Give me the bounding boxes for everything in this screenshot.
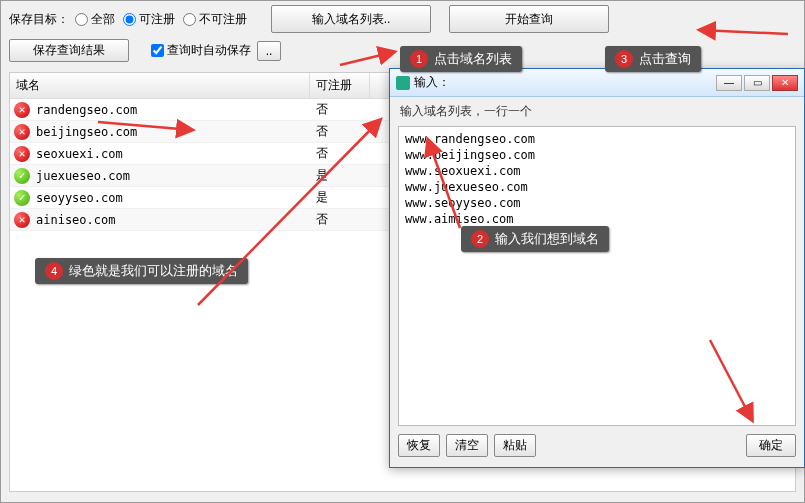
app-icon: [396, 76, 410, 90]
cell-registerable: 否: [310, 121, 370, 142]
callout-2: 2 输入我们想到域名: [461, 226, 609, 252]
cell-domain: ✓seoyyseo.com: [10, 188, 310, 208]
cell-registerable: 是: [310, 187, 370, 208]
save-target-radios: 全部 可注册 不可注册: [75, 11, 247, 28]
close-button[interactable]: ✕: [772, 75, 798, 91]
dialog-button-row: 恢复 清空 粘贴 确定: [390, 426, 804, 465]
auto-save-checkbox[interactable]: 查询时自动保存: [151, 42, 251, 59]
domain-text: ainiseo.com: [36, 213, 115, 227]
domain-text: beijingseo.com: [36, 125, 137, 139]
minimize-button[interactable]: —: [716, 75, 742, 91]
col-reg-header[interactable]: 可注册: [310, 73, 370, 98]
cell-domain: ✕beijingseo.com: [10, 122, 310, 142]
domain-text: seoxuexi.com: [36, 147, 123, 161]
callout-1: 1 点击域名列表: [400, 46, 522, 72]
col-domain-header[interactable]: 域名: [10, 73, 310, 98]
cell-domain: ✕ainiseo.com: [10, 210, 310, 230]
dialog-hint: 输入域名列表，一行一个: [390, 97, 804, 126]
domain-text: seoyyseo.com: [36, 191, 123, 205]
toolbar-row1: 保存目标： 全部 可注册 不可注册 输入域名列表.. 开始查询: [1, 1, 804, 37]
cell-registerable: 否: [310, 209, 370, 230]
cell-registerable: 否: [310, 143, 370, 164]
cross-icon: ✕: [14, 146, 30, 162]
radio-can-register[interactable]: 可注册: [123, 11, 175, 28]
cell-registerable: 否: [310, 99, 370, 120]
start-query-button[interactable]: 开始查询: [449, 5, 609, 33]
cell-domain: ✕seoxuexi.com: [10, 144, 310, 164]
callout-num-1: 1: [410, 50, 428, 68]
callout-num-2: 2: [471, 230, 489, 248]
clear-button[interactable]: 清空: [446, 434, 488, 457]
paste-button[interactable]: 粘贴: [494, 434, 536, 457]
callout-4: 4 绿色就是我们可以注册的域名: [35, 258, 248, 284]
check-icon: ✓: [14, 190, 30, 206]
cross-icon: ✕: [14, 212, 30, 228]
maximize-button[interactable]: ▭: [744, 75, 770, 91]
restore-button[interactable]: 恢复: [398, 434, 440, 457]
ok-button[interactable]: 确定: [746, 434, 796, 457]
domain-text: randengseo.com: [36, 103, 137, 117]
radio-all[interactable]: 全部: [75, 11, 115, 28]
cross-icon: ✕: [14, 102, 30, 118]
input-domain-list-button[interactable]: 输入域名列表..: [271, 5, 431, 33]
callout-3: 3 点击查询: [605, 46, 701, 72]
domain-input-textarea[interactable]: www.randengseo.com www.beijingseo.com ww…: [398, 126, 796, 426]
cell-registerable: 是: [310, 165, 370, 186]
check-icon: ✓: [14, 168, 30, 184]
cross-icon: ✕: [14, 124, 30, 140]
cell-domain: ✕randengseo.com: [10, 100, 310, 120]
dialog-title-text: 输入：: [414, 74, 450, 91]
callout-num-4: 4: [45, 262, 63, 280]
dialog-titlebar[interactable]: 输入： — ▭ ✕: [390, 69, 804, 97]
input-dialog: 输入： — ▭ ✕ 输入域名列表，一行一个 www.randengseo.com…: [389, 68, 805, 468]
browse-path-button[interactable]: ..: [257, 41, 281, 61]
save-results-button[interactable]: 保存查询结果: [9, 39, 129, 62]
radio-cannot-register[interactable]: 不可注册: [183, 11, 247, 28]
cell-domain: ✓juexueseo.com: [10, 166, 310, 186]
domain-text: juexueseo.com: [36, 169, 130, 183]
save-target-label: 保存目标：: [9, 11, 69, 28]
callout-num-3: 3: [615, 50, 633, 68]
